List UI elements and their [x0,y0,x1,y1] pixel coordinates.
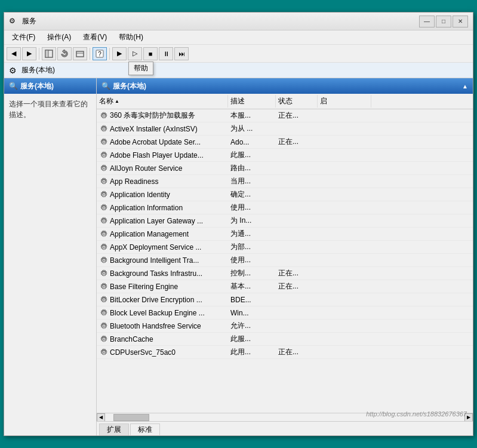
service-name-cell: App Readiness [97,177,228,186]
svg-point-35 [103,233,105,235]
service-name-cell: Adobe Flash Player Update... [97,151,228,160]
service-row[interactable]: ActiveX Installer (AxInstSV) 为从 ... [97,122,473,136]
window-icon: ⚙ [9,17,19,26]
service-row[interactable]: Application Management 为通... [97,228,473,241]
service-row[interactable]: Application Layer Gateway ... 为 In... [97,214,473,228]
service-name-cell: AllJoyn Router Service [97,164,228,173]
service-gear-icon [99,335,109,344]
menu-bar: 文件(F) 操作(A) 查看(V) 帮助(H) [4,30,473,45]
help-button[interactable]: ? [93,47,107,60]
service-row[interactable]: App Readiness 当用... [97,175,473,188]
service-gear-icon [99,321,109,331]
skip-button[interactable]: ⏭ [174,47,189,60]
service-desc-cell: 确定... [228,189,276,200]
svg-rect-2 [76,51,84,57]
col-startup-header[interactable]: 启 [318,95,371,108]
pause-button[interactable]: ⏸ [159,47,173,60]
service-name-cell: 360 杀毒实时防护加载服务 [97,111,228,121]
service-gear-icon [99,308,109,318]
service-desc-cell: 使用... [228,202,276,213]
svg-point-56 [103,325,105,327]
service-row[interactable]: Block Level Backup Engine ... Win... [97,306,473,320]
service-row[interactable]: Adobe Acrobat Update Ser... Ado... 正在... [97,136,473,149]
play2-button[interactable]: ▷ [128,47,142,60]
service-row[interactable]: Application Information 使用... [97,201,473,214]
stop-button[interactable]: ■ [143,47,158,60]
service-name-cell: AppX Deployment Service ... [97,243,228,252]
service-name-cell: Bluetooth Handsfree Service [97,321,228,331]
service-gear-icon [99,282,109,291]
tab-bar: 扩展 标准 [97,421,473,435]
refresh-button[interactable] [57,47,72,60]
service-name-cell: Application Information [97,203,228,213]
close-button[interactable]: ✕ [453,16,468,27]
service-row[interactable]: AppX Deployment Service ... 为部... [97,241,473,254]
service-desc-cell: 为通... [228,229,276,239]
scroll-left-btn[interactable]: ◀ [97,413,105,422]
service-row[interactable]: 360 杀毒实时防护加载服务 本服... 正在... [97,109,473,122]
service-name-cell: BranchCache [97,335,228,344]
toolbar-sep-3 [109,48,110,60]
menu-action[interactable]: 操作(A) [42,30,76,44]
right-panel-header: 🔍 服务(本地) ▲ [97,78,473,94]
service-row[interactable]: Base Filtering Engine 基本... 正在... [97,280,473,293]
col-desc-header[interactable]: 描述 [228,95,276,108]
service-desc-cell: BDE... [228,296,276,304]
toolbar: ◀ ▶ ? ▶ ▷ ■ ⏸ ⏭ 帮助 [4,45,473,63]
menu-help[interactable]: 帮助(H) [113,30,149,44]
right-header-text: 服务(本地) [113,81,146,91]
service-row[interactable]: BranchCache 此服... [97,333,473,346]
sidebar-description: 选择一个项目来查看它的描述。 [9,99,91,120]
title-bar-left: ⚙ 服务 [9,16,36,26]
menu-view[interactable]: 查看(V) [78,30,112,44]
service-row[interactable]: Background Tasks Infrastru... 控制... 正在..… [97,267,473,280]
svg-point-53 [103,312,105,314]
svg-point-41 [103,259,105,261]
export-button[interactable] [73,47,87,60]
col-startup-label: 启 [320,97,327,105]
service-gear-icon [99,190,109,200]
service-row[interactable]: Adobe Flash Player Update... 此服... [97,149,473,162]
sort-indicator: ▲ [115,99,119,104]
svg-point-26 [103,194,105,195]
service-status-cell: 正在... [276,268,318,278]
tab-extend[interactable]: 扩展 [99,424,129,435]
show-hide-button[interactable] [42,47,56,60]
service-gear-icon [99,256,109,265]
service-gear-icon [99,137,109,147]
window-title: 服务 [22,16,36,26]
menu-file[interactable]: 文件(F) [7,30,41,44]
service-status-cell: 正在... [276,347,318,357]
service-row[interactable]: AllJoyn Router Service 路由... [97,162,473,175]
service-row[interactable]: Background Intelligent Tra... 使用... [97,254,473,267]
tab-extend-label: 扩展 [107,425,121,435]
service-gear-icon [99,124,109,134]
main-window: ⚙ 服务 — □ ✕ 文件(F) 操作(A) 查看(V) 帮助(H) ◀ ▶ ? [4,12,473,436]
service-row[interactable]: CDPUserSvc_75ac0 此用... 正在... [97,346,473,359]
col-name-header[interactable]: 名称 ▲ [97,95,228,108]
scroll-thumb[interactable] [113,414,149,421]
service-gear-icon [99,203,109,213]
service-gear-icon [99,269,109,278]
service-name-cell: Application Layer Gateway ... [97,216,228,226]
service-desc-cell: 基本... [228,281,276,291]
tab-standard[interactable]: 标准 [130,424,160,435]
play-button[interactable]: ▶ [112,47,127,60]
maximize-button[interactable]: □ [436,16,451,27]
service-row[interactable]: Bluetooth Handsfree Service 允许... [97,320,473,333]
minimize-button[interactable]: — [419,16,435,27]
service-row[interactable]: BitLocker Drive Encryption ... BDE... [97,293,473,306]
service-desc-cell: 当用... [228,176,276,186]
forward-button[interactable]: ▶ [22,47,36,60]
service-status-cell: 正在... [276,111,318,121]
collapse-icon[interactable]: ▲ [462,83,468,90]
col-status-header[interactable]: 状态 [276,95,318,108]
title-bar-buttons: — □ ✕ [419,16,468,27]
service-status-cell: 正在... [276,281,318,291]
right-panel: 🔍 服务(本地) ▲ 名称 ▲ 描述 状态 [97,78,473,435]
service-list[interactable]: 360 杀毒实时防护加载服务 本服... 正在... ActiveX Insta… [97,109,473,413]
toolbar-sep-1 [39,48,39,60]
service-row[interactable]: Application Identity 确定... [97,188,473,201]
back-button[interactable]: ◀ [7,47,21,60]
service-gear-icon [99,243,109,252]
